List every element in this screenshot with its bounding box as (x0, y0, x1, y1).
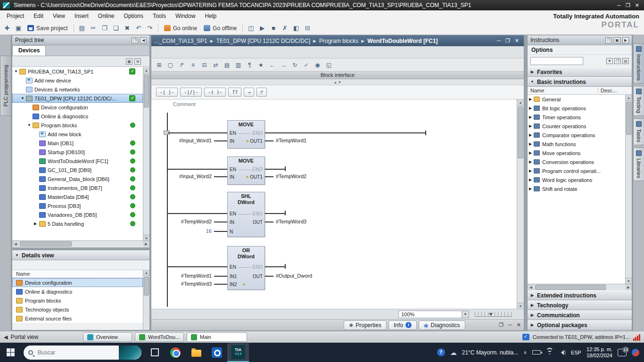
pin-out1[interactable]: OUT1 (250, 174, 263, 180)
expander-icon[interactable] (27, 123, 33, 127)
go-online-button[interactable]: Go online (161, 24, 200, 33)
project-tree-scrollbar[interactable]: ▲ ▼ (143, 67, 149, 241)
details-view-header[interactable]: ▼ Details view (12, 250, 149, 260)
scroll-up-icon[interactable]: ▲ (143, 67, 149, 74)
close-window-icon[interactable]: ✕ (635, 3, 639, 8)
help-on-instructions-icon[interactable]: ▤ (622, 58, 629, 64)
scroll-down-icon[interactable]: ▼ (626, 278, 632, 284)
scroll-left-icon[interactable]: ◀ (528, 284, 534, 290)
operand-output[interactable]: #Output_Dword (276, 273, 312, 279)
cut-icon[interactable]: ✂ (88, 23, 99, 33)
shl-block[interactable]: SHL DWord EN ENO IN OUT N (227, 192, 265, 237)
zoom-slider[interactable] (475, 312, 512, 317)
side-tab[interactable]: Tasks (633, 118, 644, 145)
splitter-down-icon[interactable]: ▼ (338, 81, 341, 84)
taskbar-search[interactable] (24, 346, 141, 360)
update-block-calls-icon[interactable]: ↻ (290, 60, 300, 70)
tree-item[interactable]: 5 Data handling (12, 219, 143, 228)
tab-devices[interactable]: Devices (12, 45, 46, 56)
operand-output[interactable]: #TempWord3 (276, 219, 306, 224)
tab-properties[interactable]: Properties (344, 321, 387, 330)
instructions-hscrollbar[interactable]: ◀ ▶ (528, 284, 632, 290)
maximize-editor-icon[interactable]: ◱ (324, 60, 334, 70)
previous-error-icon[interactable]: ← (267, 60, 277, 70)
network-comments-icon[interactable]: ¶ (245, 60, 255, 70)
tree-item[interactable]: Main [OB1] (12, 139, 143, 148)
pin-eno[interactable]: ENO (252, 131, 263, 136)
chrome-button[interactable] (165, 343, 186, 362)
normally-closed-contact-icon[interactable]: -|/|- (180, 88, 202, 97)
expander-icon[interactable] (529, 151, 534, 155)
tab-info[interactable]: Info i (388, 321, 417, 330)
operand-constant[interactable]: 16 (155, 228, 212, 234)
operand-output[interactable]: #TempWord2 (276, 173, 306, 179)
consistency-check-icon[interactable]: ✓ (301, 60, 311, 70)
expander-icon[interactable] (529, 142, 534, 146)
scroll-right-icon[interactable]: ▶ (625, 284, 632, 290)
battery-icon[interactable] (532, 350, 541, 354)
tree-item[interactable]: Add new device (12, 76, 143, 85)
tree-item[interactable]: Instrumentos_DB [DB7] (12, 183, 143, 192)
notification-center-icon[interactable]: 13 (618, 349, 627, 356)
cross-references-icon[interactable]: ✗ (280, 23, 290, 33)
copy-icon[interactable]: ❐ (99, 23, 110, 33)
normally-open-contact-icon[interactable]: -| |- (156, 88, 178, 97)
toggle-addressing-icon[interactable]: ⇄ (211, 60, 221, 70)
delete-row-icon[interactable]: ⊟ (199, 60, 209, 70)
instruction-group-row[interactable]: Word logic operations (528, 175, 632, 184)
side-tab[interactable]: Testing (633, 86, 644, 116)
section-optional-packages[interactable]: ▶ Optional packages (528, 320, 632, 330)
move-block-1[interactable]: MOVE EN ENO IN ✶ OUT1 (227, 120, 265, 148)
tree-item[interactable]: Startup [OB100] (12, 148, 143, 156)
symbol-information-icon[interactable]: ▥ (233, 60, 243, 70)
instruction-group-row[interactable]: General (528, 95, 632, 104)
weather-widget[interactable]: 21°C Mayorm. nubla... (462, 349, 519, 356)
menu-item[interactable]: View (48, 11, 70, 21)
open-editor-button[interactable]: Overview (83, 332, 132, 342)
pin-in1[interactable]: IN1 (230, 274, 237, 279)
menu-item[interactable]: Project (2, 11, 29, 21)
pin-out[interactable]: OUT (253, 274, 263, 279)
collapse-inspector-icon[interactable]: ─ (508, 322, 512, 328)
pin-in2[interactable]: IN2 (230, 282, 237, 287)
tree-item[interactable]: PRUEBA_COM_TIA13_SP1 (12, 67, 143, 76)
details-row[interactable]: Online & diagnostics (12, 287, 143, 296)
pin-en[interactable]: EN (230, 167, 236, 172)
pin-eno[interactable]: ENO (252, 264, 263, 270)
scrollbar-thumb[interactable] (144, 74, 149, 107)
tree-item[interactable]: Program blocks (12, 121, 143, 130)
instruction-group-row[interactable]: Program control operati... (528, 166, 632, 175)
tree-item[interactable]: Devices & networks (12, 85, 143, 94)
redo-icon[interactable]: ↷ (145, 23, 155, 33)
pin-n[interactable]: N (230, 229, 233, 234)
pin-eno[interactable]: ENO (252, 211, 263, 216)
menu-item[interactable]: Edit (29, 11, 48, 21)
expander-icon[interactable] (34, 222, 39, 226)
pin-en[interactable]: EN (230, 131, 236, 136)
pin-out1[interactable]: OUT1 (250, 139, 263, 144)
column-name[interactable]: Name (528, 88, 598, 93)
menu-item[interactable]: Options (119, 11, 148, 21)
split-editor-vertical-icon[interactable]: ◧ (291, 23, 301, 33)
pin-in[interactable]: IN (230, 139, 234, 144)
scroll-up-icon[interactable]: ▲ (626, 95, 632, 101)
pin-eno[interactable]: ENO (252, 167, 263, 172)
restore-window-icon[interactable]: ❐ (626, 3, 630, 8)
pin-in[interactable]: IN (230, 174, 234, 180)
expander-icon[interactable] (529, 187, 534, 191)
expander-icon[interactable] (529, 124, 534, 128)
print-icon[interactable]: ▤ (77, 23, 87, 33)
minimize-window-icon[interactable]: ─ (617, 3, 621, 8)
insert-row-icon[interactable]: ≡ (188, 60, 198, 70)
side-tab[interactable]: Instructions (633, 43, 644, 83)
instruction-group-row[interactable]: Move operations (528, 148, 632, 157)
breadcrumb-segment[interactable]: Program blocks (319, 38, 358, 44)
open-branch-icon[interactable]: → (244, 88, 254, 97)
expander-icon[interactable] (21, 96, 26, 100)
instruction-group-row[interactable]: Conversion operations (528, 157, 632, 166)
float-panel-icon[interactable]: ▣ (614, 37, 620, 43)
expand-all-icon[interactable]: ⊞ (134, 58, 141, 65)
operand-input[interactable]: #TempWord2 (155, 219, 212, 224)
section-communication[interactable]: ▶ Communication (528, 310, 632, 320)
view-mode-icon[interactable]: ❐ (614, 58, 621, 64)
